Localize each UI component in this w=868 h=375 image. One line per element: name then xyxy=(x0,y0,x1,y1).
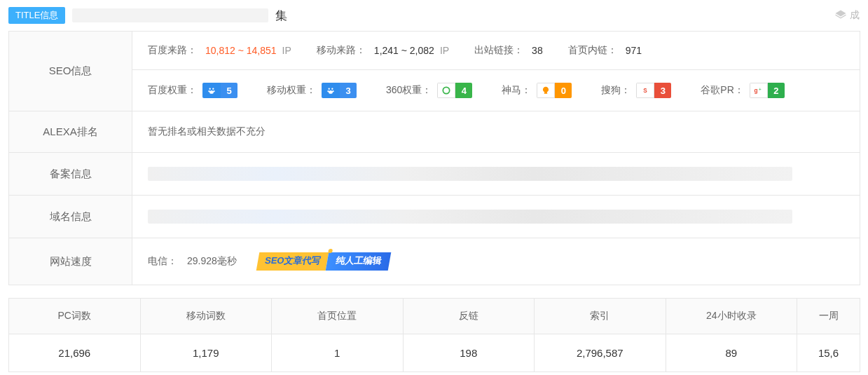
sogou-label: 搜狗： xyxy=(601,84,631,97)
homepage-inlink-label: 首页内链： xyxy=(568,44,617,57)
outbound-label: 出站链接： xyxy=(474,44,523,57)
sogou-icon: S xyxy=(636,83,654,98)
corner-label: 成 xyxy=(850,9,860,22)
top-bar: TITLE信息 集 成 xyxy=(0,0,868,31)
baidu-traffic-unit: IP xyxy=(282,45,291,56)
stats-value-row: 21,696 1,179 1 198 2,796,587 89 15,6 xyxy=(9,334,860,372)
stats-value[interactable]: 15,6 xyxy=(797,334,860,372)
promo-left: SEO文章代写 xyxy=(256,252,329,271)
stats-value[interactable]: 198 xyxy=(403,334,535,372)
seo-weight-row: 百度权重： 5 移动权重： 3 360权重： xyxy=(132,70,860,111)
layers-icon xyxy=(834,9,847,22)
stats-header[interactable]: 反链 xyxy=(403,299,535,334)
stats-header[interactable]: 索引 xyxy=(535,299,666,334)
seo-content: 百度来路： 10,812 ~ 14,851 IP 移动来路： 1,241 ~ 2… xyxy=(132,32,860,111)
w360-weight-group[interactable]: 360权重： 4 xyxy=(386,83,472,98)
baidu-weight-group[interactable]: 百度权重： 5 xyxy=(148,83,237,98)
stats-value[interactable]: 1,179 xyxy=(140,334,272,372)
google-label: 谷歌PR： xyxy=(701,84,743,97)
domain-content xyxy=(132,196,860,238)
redacted-title xyxy=(72,8,268,22)
stats-header[interactable]: 移动词数 xyxy=(140,299,272,334)
info-table: SEO信息 百度来路： 10,812 ~ 14,851 IP 移动来路： 1,2… xyxy=(8,31,860,285)
alexa-text: 暂无排名或相关数据不充分 xyxy=(148,125,266,138)
shenma-weight-group[interactable]: 神马： 0 xyxy=(502,83,572,98)
alexa-label: ALEXA排名 xyxy=(9,111,132,152)
outbound-value[interactable]: 38 xyxy=(532,45,543,56)
mobile-traffic-label: 移动来路： xyxy=(317,44,366,57)
corner-button[interactable]: 成 xyxy=(834,9,860,22)
baidu-weight-value: 5 xyxy=(221,83,237,98)
seo-row: SEO信息 百度来路： 10,812 ~ 14,851 IP 移动来路： 1,2… xyxy=(9,32,860,111)
mobile-weight-value: 3 xyxy=(340,83,357,98)
title-badge: TITLE信息 xyxy=(8,7,65,24)
w360-icon xyxy=(437,83,455,98)
stats-value[interactable]: 21,696 xyxy=(9,334,141,372)
stats-header[interactable]: 首页位置 xyxy=(272,299,404,334)
svg-text:S: S xyxy=(644,88,648,94)
w360-value: 4 xyxy=(455,83,472,98)
speed-isp-label: 电信： xyxy=(148,255,177,268)
stats-table: PC词数 移动词数 首页位置 反链 索引 24小时收录 一周 21,696 1,… xyxy=(8,298,860,372)
google-icon: g+ xyxy=(750,83,768,98)
redacted-beian xyxy=(148,167,792,181)
sogou-weight-group[interactable]: 搜狗： S 3 xyxy=(601,83,671,98)
redacted-domain xyxy=(148,210,792,224)
stats-header[interactable]: PC词数 xyxy=(9,299,141,334)
alexa-row: ALEXA排名 暂无排名或相关数据不充分 xyxy=(9,111,860,153)
stats-value[interactable]: 89 xyxy=(666,334,797,372)
seo-label: SEO信息 xyxy=(9,32,132,111)
stats-header[interactable]: 24小时收录 xyxy=(666,299,797,334)
speed-value: 29.928毫秒 xyxy=(187,255,237,268)
beian-label: 备案信息 xyxy=(9,153,132,195)
mobile-traffic-value[interactable]: 1,241 ~ 2,082 xyxy=(374,45,434,56)
beian-content xyxy=(132,153,860,195)
stats-value[interactable]: 2,796,587 xyxy=(535,334,666,372)
baidu-weight-label: 百度权重： xyxy=(148,84,197,97)
domain-label: 域名信息 xyxy=(9,196,132,238)
stats-header[interactable]: 一周 xyxy=(797,299,860,334)
mobile-paw-icon xyxy=(322,83,340,98)
shenma-icon xyxy=(537,83,555,98)
speed-row: 网站速度 电信： 29.928毫秒 SEO文章代写 纯人工编辑 xyxy=(9,238,860,285)
mobile-traffic-unit: IP xyxy=(440,45,449,56)
shenma-value: 0 xyxy=(555,83,572,98)
sogou-value: 3 xyxy=(654,83,671,98)
promo-banner[interactable]: SEO文章代写 纯人工编辑 xyxy=(256,252,392,271)
baidu-traffic-label: 百度来路： xyxy=(148,44,197,57)
svg-text:g: g xyxy=(754,87,757,94)
homepage-inlink-value[interactable]: 971 xyxy=(626,45,642,56)
w360-label: 360权重： xyxy=(386,84,432,97)
google-value: 2 xyxy=(768,83,785,98)
mobile-weight-group[interactable]: 移动权重： 3 xyxy=(267,83,357,98)
seo-traffic-row: 百度来路： 10,812 ~ 14,851 IP 移动来路： 1,241 ~ 2… xyxy=(132,32,860,70)
shenma-label: 神马： xyxy=(502,84,531,97)
baidu-paw-icon xyxy=(202,83,221,98)
svg-text:+: + xyxy=(759,87,762,92)
title-suffix: 集 xyxy=(275,8,287,24)
stats-value[interactable]: 1 xyxy=(272,334,404,372)
promo-right: 纯人工编辑 xyxy=(326,252,392,271)
speed-label: 网站速度 xyxy=(9,238,132,285)
mobile-weight-label: 移动权重： xyxy=(267,84,316,97)
baidu-traffic-value[interactable]: 10,812 ~ 14,851 xyxy=(205,45,277,56)
beian-row: 备案信息 xyxy=(9,153,860,196)
alexa-content: 暂无排名或相关数据不充分 xyxy=(132,111,860,152)
domain-row: 域名信息 xyxy=(9,196,860,238)
svg-point-0 xyxy=(443,87,450,93)
speed-content: 电信： 29.928毫秒 SEO文章代写 纯人工编辑 xyxy=(132,238,860,285)
google-pr-group[interactable]: 谷歌PR： g+ 2 xyxy=(701,83,784,98)
